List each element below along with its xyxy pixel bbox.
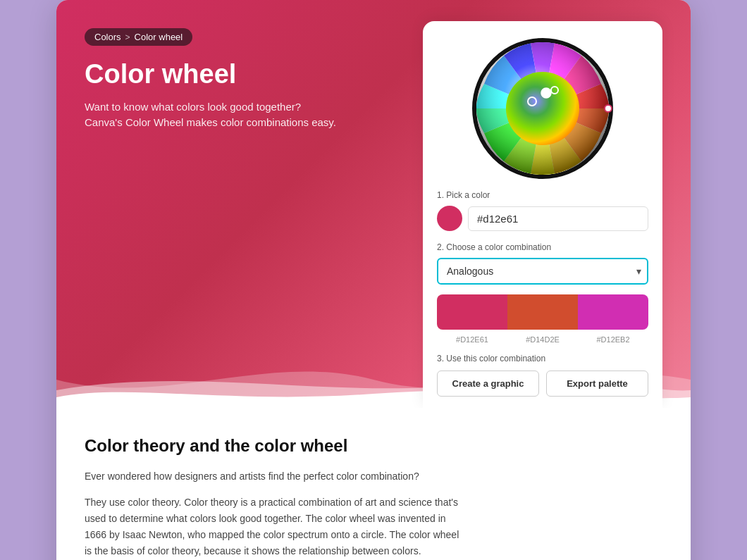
breadcrumb-current: Color wheel: [135, 32, 183, 42]
palette-label-3: #D12EB2: [578, 335, 648, 344]
action-buttons: Create a graphic Export palette: [437, 371, 648, 397]
combination-select[interactable]: Analogous Monochromatic Triadic Compleme…: [437, 258, 648, 285]
color-wheel-container: [437, 38, 648, 179]
page-title: Color wheel: [85, 60, 423, 89]
create-graphic-button[interactable]: Create a graphic: [437, 371, 539, 397]
palette-row: [437, 294, 648, 330]
step1-label: 1. Pick a color: [437, 190, 648, 200]
wheel-dot-main: [541, 88, 551, 98]
palette-label-1: #D12E61: [437, 335, 507, 344]
palette-swatch-2: [507, 294, 578, 330]
color-hex-input[interactable]: [468, 206, 648, 231]
palette-swatch-3: [578, 294, 648, 330]
main-card: Colors > Color wheel Color wheel Want to…: [56, 0, 691, 560]
palette-swatch-1: [437, 294, 507, 330]
export-palette-button[interactable]: Export palette: [546, 371, 648, 397]
breadcrumb: Colors > Color wheel: [85, 28, 192, 46]
wheel-dot-edge: [605, 105, 612, 112]
page-subtitle-line2: Canva's Color Wheel makes color combinat…: [85, 115, 423, 131]
step3-label: 3. Use this color combination: [437, 354, 648, 363]
svg-point-4: [506, 72, 579, 145]
page-subtitle-line1: Want to know what colors look good toget…: [85, 99, 423, 116]
dropdown-container: Analogous Monochromatic Triadic Compleme…: [437, 258, 648, 285]
theory-paragraph-2: They use color theory. Color theory is a…: [85, 494, 465, 559]
palette-labels: #D12E61 #D14D2E #D12EB2: [437, 335, 648, 344]
breadcrumb-parent: Colors: [94, 32, 121, 42]
bottom-section: Color theory and the color wheel Ever wo…: [56, 408, 691, 560]
color-wheel-wrapper: [472, 38, 613, 179]
hero-section: Colors > Color wheel Color wheel Want to…: [56, 0, 691, 408]
color-picker-row: [437, 206, 648, 231]
color-wheel-svg[interactable]: [472, 38, 613, 179]
step2-label: 2. Choose a color combination: [437, 242, 648, 252]
palette-label-2: #D14D2E: [507, 335, 578, 344]
theory-paragraph-1: Ever wondered how designers and artists …: [85, 468, 465, 485]
color-wheel-panel: 1. Pick a color 2. Choose a color combin…: [423, 21, 662, 408]
hero-left: Colors > Color wheel Color wheel Want to…: [85, 28, 423, 408]
color-swatch[interactable]: [437, 206, 462, 231]
breadcrumb-separator: >: [125, 32, 130, 42]
theory-title: Color theory and the color wheel: [85, 436, 662, 456]
